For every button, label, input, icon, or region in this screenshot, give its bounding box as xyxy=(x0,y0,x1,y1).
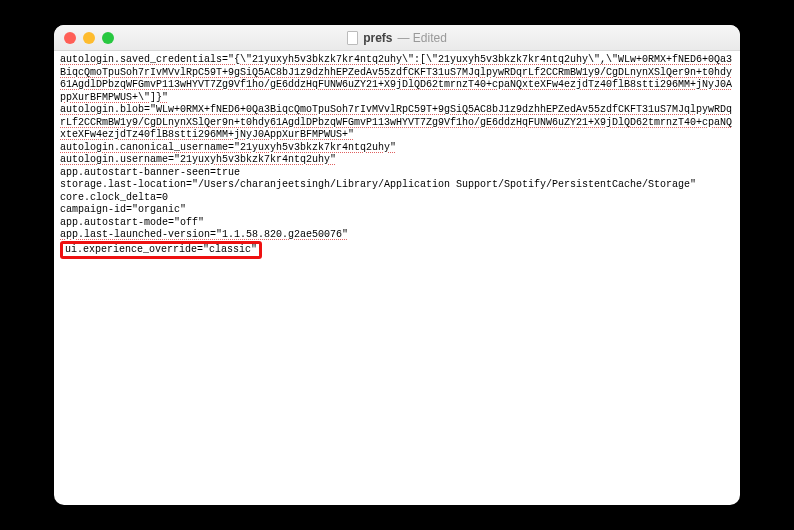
text-content[interactable]: autologin.saved_credentials="{\"21yuxyh5… xyxy=(54,51,740,505)
highlight-container: ui.experience_override="classic" xyxy=(60,242,734,260)
maximize-icon[interactable] xyxy=(102,32,114,44)
minimize-icon[interactable] xyxy=(83,32,95,44)
text-line: autologin.canonical_username="21yuxyh5v3… xyxy=(60,142,734,155)
highlighted-setting: ui.experience_override="classic" xyxy=(60,241,262,260)
highlighted-text-line: ui.experience_override="classic" xyxy=(65,244,257,257)
window-title: prefs — Edited xyxy=(54,31,740,45)
close-icon[interactable] xyxy=(64,32,76,44)
text-line: campaign-id="organic" xyxy=(60,204,734,217)
text-line: app.autostart-mode="off" xyxy=(60,217,734,230)
text-line: app.autostart-banner-seen=true xyxy=(60,167,734,180)
editor-window: prefs — Edited autologin.saved_credentia… xyxy=(54,25,740,505)
text-line: core.clock_delta=0 xyxy=(60,192,734,205)
document-icon xyxy=(347,31,358,45)
traffic-lights xyxy=(64,32,114,44)
text-line: app.last-launched-version="1.1.58.820.g2… xyxy=(60,229,734,242)
text-line: autologin.saved_credentials="{\"21yuxyh5… xyxy=(60,54,734,104)
document-name: prefs xyxy=(363,31,392,45)
edited-indicator: — Edited xyxy=(397,31,446,45)
text-line: autologin.username="21yuxyh5v3bkzk7kr4nt… xyxy=(60,154,734,167)
text-line: autologin.blob="WLw+0RMX+fNED6+0Qa3BiqcQ… xyxy=(60,104,734,142)
titlebar[interactable]: prefs — Edited xyxy=(54,25,740,51)
text-line: storage.last-location="/Users/charanjeet… xyxy=(60,179,734,192)
